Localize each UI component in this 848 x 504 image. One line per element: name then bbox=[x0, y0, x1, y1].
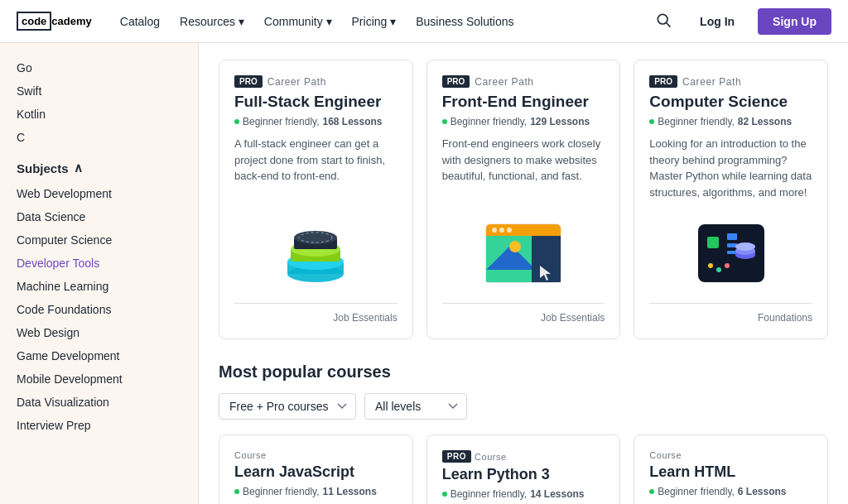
pro-badge: PRO bbox=[649, 75, 677, 88]
course-label-python: PRO Course bbox=[442, 450, 605, 463]
course-meta-python: Beginner friendly, 14 Lessons bbox=[442, 488, 605, 500]
nav-pricing[interactable]: Pricing ▾ bbox=[344, 10, 405, 33]
card-desc-full-stack: A full-stack engineer can get a project … bbox=[234, 136, 398, 200]
main-content: PRO Career Path Full-Stack Engineer Begi… bbox=[199, 43, 848, 504]
beginner-dot bbox=[649, 119, 654, 124]
nav-catalog[interactable]: Catalog bbox=[112, 10, 168, 33]
cs-illustration bbox=[694, 220, 768, 286]
card-footer-cs: Foundations bbox=[649, 303, 812, 324]
sidebar-lang-c[interactable]: C bbox=[17, 126, 181, 149]
course-card-javascript[interactable]: Course Learn JavaScript Beginner friendl… bbox=[219, 434, 413, 504]
card-desc-front-end: Front-end engineers work closely with de… bbox=[442, 136, 605, 200]
beginner-dot bbox=[649, 489, 654, 494]
filter-row: Free + Pro courses Free courses Pro cour… bbox=[219, 393, 828, 420]
pro-badge: PRO bbox=[234, 75, 263, 88]
svg-point-14 bbox=[499, 228, 504, 233]
beginner-dot bbox=[442, 492, 447, 497]
search-button[interactable] bbox=[650, 7, 677, 36]
nav-links: Catalog Resources ▾ Community ▾ Pricing … bbox=[112, 10, 650, 33]
level-filter-select[interactable]: All levels Beginner Intermediate Advance… bbox=[364, 393, 467, 420]
svg-point-0 bbox=[658, 14, 667, 24]
svg-line-1 bbox=[667, 23, 671, 27]
card-badge-front-end: PRO Career Path bbox=[442, 75, 605, 88]
course-meta-html: Beginner friendly, 6 Lessons bbox=[649, 486, 812, 497]
card-img-front-end bbox=[442, 212, 605, 295]
card-full-stack[interactable]: PRO Career Path Full-Stack Engineer Begi… bbox=[219, 60, 413, 339]
card-title-cs: Computer Science bbox=[649, 93, 812, 111]
sidebar-lang-kotlin[interactable]: Kotlin bbox=[17, 103, 181, 126]
svg-rect-23 bbox=[727, 233, 737, 240]
card-footer-front-end: Job Essentials bbox=[442, 303, 605, 324]
sidebar-item-web-development[interactable]: Web Development bbox=[17, 182, 181, 205]
card-meta-cs: Beginner friendly, 82 Lessons bbox=[649, 116, 812, 127]
nav-actions: Log In Sign Up bbox=[650, 7, 831, 36]
course-card-html[interactable]: Course Learn HTML Beginner friendly, 6 L… bbox=[634, 434, 828, 504]
sidebar-item-computer-science[interactable]: Computer Science bbox=[17, 228, 181, 252]
sidebar-item-developer-tools[interactable]: Developer Tools bbox=[17, 252, 181, 275]
course-title-html: Learn HTML bbox=[649, 463, 812, 481]
card-desc-cs: Looking for an introduction to the theor… bbox=[649, 136, 812, 200]
nav-community[interactable]: Community ▾ bbox=[256, 10, 340, 33]
sidebar-item-mobile-development[interactable]: Mobile Development bbox=[17, 367, 181, 391]
svg-point-19 bbox=[509, 241, 521, 252]
pro-badge: PRO bbox=[442, 75, 470, 88]
nav-business[interactable]: Business Solutions bbox=[407, 10, 522, 33]
card-footer-full-stack: Job Essentials bbox=[234, 303, 398, 324]
most-popular-section: Most popular courses Free + Pro courses … bbox=[219, 362, 828, 504]
svg-point-13 bbox=[492, 228, 497, 233]
beginner-dot bbox=[234, 489, 239, 494]
course-filter-select[interactable]: Free + Pro courses Free courses Pro cour… bbox=[219, 393, 356, 420]
svg-point-8 bbox=[294, 231, 337, 244]
svg-point-29 bbox=[735, 242, 755, 251]
card-meta-full-stack: Beginner friendly, 168 Lessons bbox=[234, 116, 398, 127]
card-computer-science[interactable]: PRO Career Path Computer Science Beginne… bbox=[634, 60, 828, 339]
sidebar-item-data-visualization[interactable]: Data Visualization bbox=[17, 391, 181, 414]
course-card-python[interactable]: PRO Course Learn Python 3 Beginner frien… bbox=[426, 434, 621, 504]
course-title-python: Learn Python 3 bbox=[442, 466, 605, 483]
card-meta-front-end: Beginner friendly, 129 Lessons bbox=[442, 116, 605, 127]
sidebar-item-machine-learning[interactable]: Machine Learning bbox=[17, 275, 181, 298]
sidebar-lang-swift[interactable]: Swift bbox=[17, 79, 181, 103]
sidebar-item-web-design[interactable]: Web Design bbox=[17, 321, 181, 344]
subjects-label: Subjects bbox=[17, 161, 69, 175]
search-icon bbox=[655, 12, 672, 28]
sidebar-lang-go[interactable]: Go bbox=[17, 56, 181, 79]
beginner-dot bbox=[234, 119, 239, 124]
navbar: codecademy Catalog Resources ▾ Community… bbox=[0, 0, 848, 43]
card-type: Career Path bbox=[475, 76, 533, 88]
course-label-js: Course bbox=[234, 450, 398, 460]
logo[interactable]: codecademy bbox=[17, 12, 92, 31]
pro-badge: PRO bbox=[442, 450, 471, 463]
login-button[interactable]: Log In bbox=[687, 10, 748, 33]
course-label-html: Course bbox=[649, 450, 812, 460]
section-title: Most popular courses bbox=[219, 362, 828, 382]
browser-illustration bbox=[482, 220, 565, 286]
beginner-dot bbox=[442, 119, 447, 124]
svg-point-15 bbox=[507, 228, 512, 233]
main-layout: Go Swift Kotlin C Subjects ∧ Web Develop… bbox=[0, 43, 848, 504]
card-title-full-stack: Full-Stack Engineer bbox=[234, 93, 398, 111]
subjects-header[interactable]: Subjects ∧ bbox=[17, 149, 181, 182]
sidebar-item-game-development[interactable]: Game Development bbox=[17, 344, 181, 367]
card-img-cs bbox=[649, 212, 812, 295]
card-front-end[interactable]: PRO Career Path Front-End Engineer Begin… bbox=[426, 60, 621, 339]
course-cards: Course Learn JavaScript Beginner friendl… bbox=[219, 434, 828, 504]
sidebar: Go Swift Kotlin C Subjects ∧ Web Develop… bbox=[0, 43, 199, 504]
svg-point-31 bbox=[716, 267, 721, 272]
career-path-cards: PRO Career Path Full-Stack Engineer Begi… bbox=[219, 60, 828, 339]
logo-code: code bbox=[17, 12, 51, 31]
svg-rect-22 bbox=[707, 237, 719, 248]
svg-rect-12 bbox=[486, 230, 561, 236]
course-title-js: Learn JavaScript bbox=[234, 463, 398, 481]
nav-resources[interactable]: Resources ▾ bbox=[171, 10, 253, 33]
sidebar-item-data-science[interactable]: Data Science bbox=[17, 205, 181, 228]
signup-button[interactable]: Sign Up bbox=[758, 8, 831, 35]
sidebar-item-interview-prep[interactable]: Interview Prep bbox=[17, 414, 181, 437]
card-type: Career Path bbox=[267, 76, 326, 88]
logo-suffix: cademy bbox=[51, 15, 91, 27]
card-badge-cs: PRO Career Path bbox=[649, 75, 812, 88]
subjects-chevron: ∧ bbox=[74, 161, 83, 175]
course-meta-js: Beginner friendly, 11 Lessons bbox=[234, 486, 398, 497]
sidebar-item-code-foundations[interactable]: Code Foundations bbox=[17, 298, 181, 321]
svg-point-32 bbox=[725, 263, 730, 268]
